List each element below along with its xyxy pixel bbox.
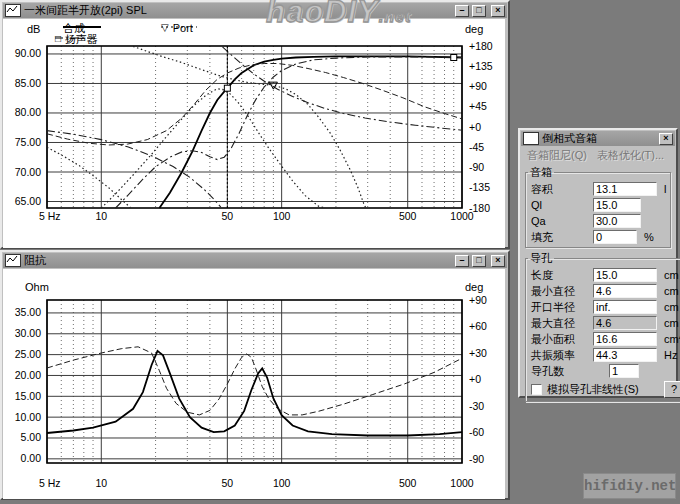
chart-window-icon xyxy=(5,4,21,17)
svg-text:35.00: 35.00 xyxy=(15,306,41,318)
box-group-legend: 音箱 xyxy=(528,165,554,180)
box-group: 音箱 容积 l Ql Qa 填充 % xyxy=(525,165,671,248)
dialog-window-icon xyxy=(523,132,539,145)
close-button[interactable]: × xyxy=(491,255,505,267)
impedance-window-titlebar[interactable]: 阻抗 – □ × xyxy=(3,253,507,268)
port-count-input[interactable] xyxy=(609,364,639,378)
svg-text:-90: -90 xyxy=(469,161,484,173)
field-row-min-area: 最小面积 cm^2 xyxy=(526,331,680,347)
port-length-input[interactable] xyxy=(593,268,657,282)
impedance-window: 阻抗 – □ × 35.0030.0025.0020.0015.0010.005… xyxy=(0,250,510,500)
fill-input[interactable] xyxy=(593,230,637,244)
hifidiy-watermark: hifidiy.net xyxy=(583,473,676,499)
minimize-button[interactable]: – xyxy=(455,5,469,17)
field-row-ql: Ql xyxy=(526,197,670,213)
field-row-resonance: 共振频率 Hz xyxy=(526,347,680,363)
impedance-chart-canvas[interactable]: 35.0030.0025.0020.0015.0010.005.000.00+9… xyxy=(3,269,505,499)
svg-text:500: 500 xyxy=(399,210,417,222)
svg-text:10.00: 10.00 xyxy=(15,411,41,423)
field-row-port-count: 导孔数 xyxy=(526,363,680,379)
svg-text:-60: -60 xyxy=(469,426,484,438)
impedance-right-axis-unit: deg xyxy=(465,281,483,293)
spl-left-axis-unit: dB xyxy=(27,23,40,35)
qa-input[interactable] xyxy=(593,214,641,228)
svg-text:1000: 1000 xyxy=(450,477,474,489)
max-diameter-input xyxy=(593,316,657,330)
svg-text:+90: +90 xyxy=(469,294,487,306)
svg-text:-135: -135 xyxy=(469,181,490,193)
impedance-window-title: 阻抗 xyxy=(24,253,452,268)
svg-text:20.00: 20.00 xyxy=(15,369,41,381)
svg-text:500: 500 xyxy=(399,477,417,489)
menu-item-table-optimize[interactable]: 表格优化(T)... xyxy=(597,148,664,162)
svg-text:100: 100 xyxy=(273,210,291,222)
svg-text:-30: -30 xyxy=(469,400,484,412)
dialog-title: 倒相式音箱 xyxy=(542,131,654,146)
svg-text:80.00: 80.00 xyxy=(15,106,41,118)
field-row-min-diameter: 最小直径 cm xyxy=(526,283,680,299)
svg-text:1000: 1000 xyxy=(450,210,474,222)
svg-text:30.00: 30.00 xyxy=(15,327,41,339)
dialog-titlebar[interactable]: 倒相式音箱 × xyxy=(521,131,675,146)
help-button[interactable]: ? xyxy=(664,381,680,398)
svg-text:50: 50 xyxy=(222,477,234,489)
field-row-max-diameter: 最大直径 cm xyxy=(526,315,680,331)
svg-text:85.00: 85.00 xyxy=(15,77,41,89)
spl-window: 一米间距半开放(2pi) SPL – □ × 90.0085.0080.0075… xyxy=(0,0,510,249)
spl-right-axis-unit: deg xyxy=(465,23,483,35)
field-row-fill: 填充 % xyxy=(526,229,670,245)
svg-text:+135: +135 xyxy=(469,60,493,72)
minimize-button[interactable]: – xyxy=(455,255,469,267)
impedance-chart-plot[interactable]: 35.0030.0025.0020.0015.0010.005.000.00+9… xyxy=(3,269,505,499)
field-row-qa: Qa xyxy=(526,213,670,229)
min-diameter-input[interactable] xyxy=(593,284,657,298)
svg-text:90.00: 90.00 xyxy=(15,47,41,59)
flare-radius-input[interactable] xyxy=(593,300,657,314)
svg-text:5.00: 5.00 xyxy=(21,431,42,443)
field-row-flare-radius: 开口半径 cm xyxy=(526,299,680,315)
nonlinear-checkbox-row: 模拟导孔非线性(S) ? xyxy=(526,379,680,399)
maximize-button[interactable]: □ xyxy=(472,255,486,267)
svg-text:+180: +180 xyxy=(469,40,493,52)
chart-window-icon xyxy=(5,254,21,267)
spl-window-titlebar[interactable]: 一米间距半开放(2pi) SPL – □ × xyxy=(3,3,507,18)
port-group: 导孔 长度 cm 最小直径 cm 开口半径 cm 最大直径 cm 最小面积 cm… xyxy=(525,251,680,402)
svg-text:+60: +60 xyxy=(469,320,487,332)
svg-text:70.00: 70.00 xyxy=(15,166,41,178)
svg-text:65.00: 65.00 xyxy=(15,195,41,207)
maximize-button[interactable]: □ xyxy=(472,5,486,17)
svg-text:50: 50 xyxy=(222,210,234,222)
ql-input[interactable] xyxy=(593,198,641,212)
impedance-left-axis-unit: Ohm xyxy=(25,281,49,293)
min-area-input[interactable] xyxy=(593,332,657,346)
svg-text:0.00: 0.00 xyxy=(21,452,42,464)
svg-text:100: 100 xyxy=(273,477,291,489)
volume-input[interactable] xyxy=(593,182,657,196)
legend-item-port: ▽ Port xyxy=(161,23,193,33)
svg-text:10: 10 xyxy=(95,477,107,489)
svg-text:15.00: 15.00 xyxy=(15,390,41,402)
box-parameters-dialog: 倒相式音箱 × 音箱阻尼(Q) 表格优化(T)... 音箱 容积 l Ql Qa… xyxy=(518,128,678,398)
spl-chart-plot[interactable]: 90.0085.0080.0075.0070.0065.00+180+135+9… xyxy=(3,19,505,248)
port-group-legend: 导孔 xyxy=(528,251,554,266)
field-row-length: 长度 cm xyxy=(526,267,680,283)
solid-line-sample-icon xyxy=(63,23,101,31)
dialog-close-button[interactable]: × xyxy=(659,133,673,145)
dashdot-line-sample-icon xyxy=(55,34,95,42)
svg-text:+30: +30 xyxy=(469,347,487,359)
dotted-line-sample-icon xyxy=(161,23,197,31)
spl-chart-canvas[interactable]: 90.0085.0080.0075.0070.0065.00+180+135+9… xyxy=(3,19,505,248)
svg-text:5 Hz: 5 Hz xyxy=(39,210,61,222)
resonance-freq-input[interactable] xyxy=(593,348,657,362)
nonlinear-checkbox[interactable] xyxy=(531,384,542,395)
svg-text:5 Hz: 5 Hz xyxy=(39,477,61,489)
dialog-menubar: 音箱阻尼(Q) 表格优化(T)... xyxy=(521,146,675,164)
svg-text:+0: +0 xyxy=(469,121,481,133)
svg-text:-90: -90 xyxy=(469,453,484,465)
field-row-volume: 容积 l xyxy=(526,181,670,197)
close-button[interactable]: × xyxy=(491,5,505,17)
svg-text:+0: +0 xyxy=(469,373,481,385)
svg-text:25.00: 25.00 xyxy=(15,348,41,360)
menu-item-damping[interactable]: 音箱阻尼(Q) xyxy=(527,148,587,162)
svg-text:+90: +90 xyxy=(469,80,487,92)
